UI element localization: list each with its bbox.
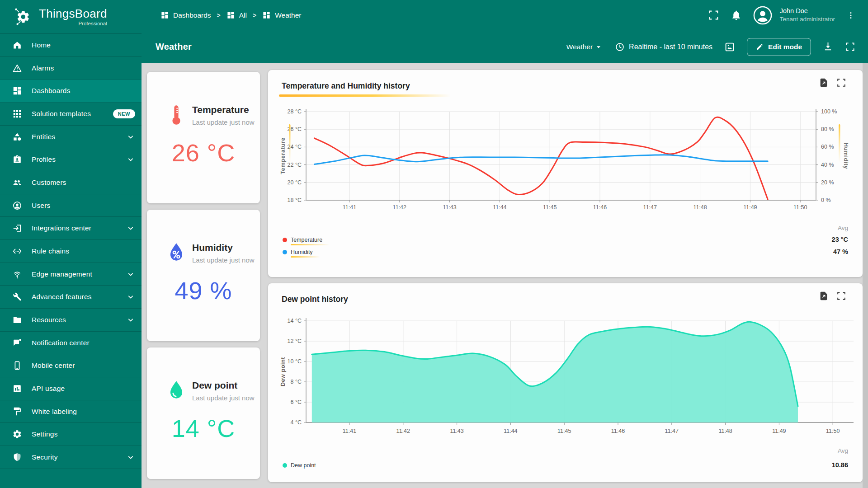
screenshot-image-icon[interactable] xyxy=(724,42,735,52)
legend-accent-underline xyxy=(291,256,320,258)
dashboards-grid-icon xyxy=(226,11,235,19)
legend-item-humidity[interactable]: Humidity xyxy=(283,249,313,258)
svg-text:8 °C: 8 °C xyxy=(291,379,302,385)
chevron-down-icon xyxy=(126,270,135,279)
sidebar-item-edge-management[interactable]: Edge management xyxy=(0,263,142,286)
user-name: John Doe xyxy=(780,7,835,16)
widget-title: Temperature xyxy=(192,104,255,115)
svg-text:11:45: 11:45 xyxy=(543,204,557,211)
sidebar-item-dashboards[interactable]: Dashboards xyxy=(0,80,142,103)
legend-label: Temperature xyxy=(291,237,322,243)
users-icon xyxy=(12,201,22,211)
chevron-down-icon xyxy=(126,224,135,233)
avg-value: 10.86 xyxy=(832,461,848,469)
api-usage-icon xyxy=(12,384,22,394)
dashboard-state-select[interactable]: Weather xyxy=(566,42,603,52)
settings-icon xyxy=(12,429,22,439)
sidebar-item-label: Notification center xyxy=(32,339,90,347)
profiles-icon xyxy=(12,155,22,164)
sidebar-item-customers[interactable]: Customers xyxy=(0,171,142,194)
humidity-icon xyxy=(167,242,185,263)
breadcrumb-item-dashboards[interactable]: Dashboards xyxy=(160,11,211,19)
legend-label: Dew point xyxy=(291,462,316,469)
fullscreen-icon[interactable] xyxy=(708,9,719,21)
home-icon xyxy=(12,40,22,50)
dashboards-grid-icon xyxy=(262,11,271,19)
legend-item-temperature[interactable]: Temperature xyxy=(283,237,322,245)
rule-chains-icon xyxy=(12,246,22,256)
avg-column-header: Avg xyxy=(838,225,848,231)
widget-fullscreen-icon[interactable] xyxy=(836,291,846,301)
widget-fullscreen-icon[interactable] xyxy=(836,78,846,88)
new-badge: NEW xyxy=(113,109,135,118)
export-widget-icon[interactable] xyxy=(819,291,829,301)
legend-dot xyxy=(283,250,287,254)
svg-text:0 %: 0 % xyxy=(821,197,831,203)
notification-center-icon xyxy=(12,338,22,348)
breadcrumb-item-weather[interactable]: Weather xyxy=(262,11,301,19)
download-icon[interactable] xyxy=(823,42,833,52)
breadcrumb-label: All xyxy=(239,11,247,19)
sidebar-item-home[interactable]: Home xyxy=(0,34,142,57)
user-role: Tenant administrator xyxy=(780,15,835,23)
sidebar-item-solution-templates[interactable]: Solution templatesNEW xyxy=(0,103,142,126)
caret-down-icon xyxy=(594,42,603,52)
export-widget-icon[interactable] xyxy=(819,78,829,88)
svg-text:11:46: 11:46 xyxy=(593,204,607,211)
notifications-bell-icon[interactable] xyxy=(731,9,742,21)
legend-label: Humidity xyxy=(291,249,313,255)
sidebar-item-api-usage[interactable]: API usage xyxy=(0,377,142,400)
user-menu[interactable]: John Doe Tenant administrator xyxy=(780,7,835,24)
avatar[interactable] xyxy=(753,6,772,25)
sidebar-item-resources[interactable]: Resources xyxy=(0,309,142,332)
temperature-humidity-chart: 18 °C20 °C22 °C24 °C26 °C28 °C0 %20 %40 … xyxy=(268,97,863,246)
svg-text:Temperature: Temperature xyxy=(280,137,286,174)
sidebar-item-notification-center[interactable]: Notification center xyxy=(0,332,142,355)
sidebar-item-users[interactable]: Users xyxy=(0,194,142,217)
breadcrumb-separator: > xyxy=(217,12,221,19)
chart-title: Temperature and Humidity history xyxy=(282,81,410,91)
svg-text:11:49: 11:49 xyxy=(772,428,786,434)
svg-text:28 °C: 28 °C xyxy=(288,108,302,115)
widget-value: 26 °C xyxy=(147,139,260,167)
pencil-icon xyxy=(756,43,764,51)
temperature-widget: TemperatureLast update just now26 °C xyxy=(147,72,260,203)
avg-value: 23 °C xyxy=(832,236,848,243)
humidity-widget: HumidityLast update just now49 % xyxy=(147,210,260,341)
edit-mode-button[interactable]: Edit mode xyxy=(747,38,811,56)
svg-text:11:47: 11:47 xyxy=(643,204,657,211)
scrollbar[interactable] xyxy=(863,63,868,488)
clock-icon xyxy=(615,42,625,52)
chart-title: Dew point history xyxy=(282,295,348,304)
chevron-down-icon xyxy=(126,315,135,324)
sidebar-item-label: Security xyxy=(32,453,58,461)
time-window-button[interactable]: Realtime - last 10 minutes xyxy=(615,42,712,52)
sidebar-item-label: Settings xyxy=(32,430,58,438)
sidebar-item-integrations-center[interactable]: Integrations center xyxy=(0,217,142,240)
svg-text:11:43: 11:43 xyxy=(443,204,456,211)
sidebar-item-white-labeling[interactable]: White labeling xyxy=(0,400,142,423)
svg-text:4 °C: 4 °C xyxy=(291,419,302,426)
entities-icon xyxy=(12,132,22,142)
svg-text:11:45: 11:45 xyxy=(557,428,571,434)
avg-value: 47 % xyxy=(833,248,848,255)
breadcrumb-item-all[interactable]: All xyxy=(226,11,247,19)
sidebar-item-rule-chains[interactable]: Rule chains xyxy=(0,240,142,263)
svg-text:11:48: 11:48 xyxy=(693,204,707,211)
sidebar-item-mobile-center[interactable]: Mobile center xyxy=(0,354,142,377)
svg-text:60 %: 60 % xyxy=(821,144,834,150)
legend-item-dew-point[interactable]: Dew point xyxy=(283,462,316,469)
svg-text:12 °C: 12 °C xyxy=(288,338,302,344)
sidebar-item-security[interactable]: Security xyxy=(0,446,142,469)
sidebar-item-advanced-features[interactable]: Advanced features xyxy=(0,286,142,309)
legend-accent-underline xyxy=(291,244,330,245)
sidebar-item-settings[interactable]: Settings xyxy=(0,423,142,446)
dew-point-widget: Dew pointLast update just now14 °C xyxy=(147,347,260,479)
sidebar-item-entities[interactable]: Entities xyxy=(0,126,142,149)
sidebar-item-alarms[interactable]: Alarms xyxy=(0,57,142,80)
sidebar-item-label: Integrations center xyxy=(32,224,91,232)
thingsboard-logo[interactable]: ThingsBoard Professional xyxy=(0,0,142,34)
kebab-menu-icon[interactable] xyxy=(846,10,855,20)
sidebar-item-profiles[interactable]: Profiles xyxy=(0,148,142,171)
toolbar-fullscreen-icon[interactable] xyxy=(845,42,855,52)
